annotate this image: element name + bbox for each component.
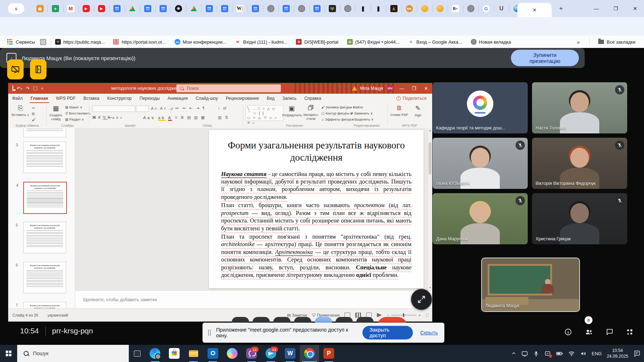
format-painter-icon[interactable]: 🖌 [32, 117, 37, 122]
speaker-icon[interactable] [580, 350, 587, 357]
pinned-tab-globe[interactable] [263, 0, 278, 17]
start-button[interactable] [0, 345, 17, 362]
taskbar-app-explorer[interactable] [184, 345, 203, 362]
slide-thumbnail-6[interactable]: 6Форми узагальнення результатів науковог… [23, 262, 66, 293]
battery-icon[interactable] [556, 350, 563, 357]
tray-chevron-icon[interactable] [511, 351, 516, 356]
participant-tile[interactable]: Вікторія Вікторівна Федорчук [532, 138, 627, 189]
participant-tile[interactable]: Христина Грицак [532, 193, 627, 244]
pinned-tab-google[interactable]: G [478, 0, 494, 17]
redo-icon[interactable]: ↷ [26, 86, 30, 91]
pinned-tab-doc[interactable] [248, 0, 263, 17]
bookmark-item[interactable]: @(547) Вхідні • plo44... [347, 39, 400, 45]
bookmark-item[interactable]: https://portal.issn.or... [113, 39, 166, 45]
bookmark-item[interactable]: Ψhttps://public.naqa... [55, 39, 105, 45]
new-slide-button[interactable]: ▦Создать слайд [47, 104, 64, 121]
pinned-tab-doc[interactable] [217, 0, 232, 17]
undo-icon[interactable]: ↶∨ [17, 86, 23, 91]
taskbar-app-powerpoint[interactable]: P [319, 345, 338, 362]
pinned-tab-doc[interactable] [155, 0, 171, 17]
pinned-tab-photo[interactable]: ♟ [386, 0, 401, 17]
section-button[interactable]: ▧ Раздел ∨ [65, 117, 84, 121]
ribbon-tab-конструктор[interactable]: Конструктор [103, 94, 136, 103]
create-pdf-button[interactable]: 🗎Create PDF [389, 104, 409, 117]
active-tab[interactable]: ✕ [517, 3, 552, 17]
pinned-tab-mark[interactable]: ❚ [355, 0, 371, 17]
pinned-tab-globe[interactable] [463, 0, 478, 17]
taskbar-app-chrome[interactable] [300, 345, 319, 362]
bookmarks-overflow-chevron[interactable]: » [577, 39, 580, 45]
line-spacing-buttons[interactable]: ↕ ⇄ [218, 106, 228, 111]
ppt-restore-button[interactable]: ❐ [408, 83, 420, 94]
ppt-minimize-button[interactable]: — [396, 83, 408, 94]
font-name-box[interactable] [92, 106, 135, 112]
ribbon-tab-слайд-шоу[interactable]: Слайд-шоу [192, 94, 222, 103]
stop-presentation-button[interactable]: Зупинитипрезентацію [511, 50, 579, 66]
select-button[interactable]: ▭ Выделить ∨ [350, 117, 374, 121]
font-style-buttons[interactable]: ЖКЧSabc [92, 115, 124, 119]
pinned-tab-orange[interactable] [432, 0, 448, 17]
layout-button[interactable]: ▤ Макет ∨ [65, 105, 82, 109]
teams-status-icon[interactable] [544, 350, 551, 357]
ppt-close-button[interactable]: ✕ [420, 83, 432, 94]
pinned-tab-drive[interactable] [186, 0, 201, 17]
language-label[interactable]: украинский [48, 313, 68, 317]
fit-slide-icon[interactable]: ⛶ [426, 313, 429, 318]
new-tab-button[interactable]: + [557, 4, 565, 13]
bookmark-item[interactable]: Новая вкладка [471, 39, 511, 45]
list-indent-buttons[interactable]: ≔ ≕ ⇤ ⇥ ¶ [175, 106, 206, 111]
shapes-gallery[interactable]: ╲ → □ ○ △ ◇ ⌒ ☆ { } ⬭ ▭ △ ▽ ◇ ○ ☆ ⌂ [245, 105, 283, 121]
participant-tile[interactable]: Кафедра теорії та методик дош... [433, 82, 528, 133]
scroll-down-icon[interactable]: ▼ [428, 285, 432, 290]
share-button[interactable]: ⇡Поделиться [396, 96, 426, 101]
find-button[interactable]: ⌕ Найти [350, 105, 363, 109]
ribbon-tab-вид[interactable]: Вид [263, 94, 279, 103]
action-center-icon[interactable] [633, 350, 640, 357]
ribbon-tab-запись[interactable]: Запись [278, 94, 300, 103]
participant-tile[interactable]: Дана Марунчак [433, 193, 528, 244]
slide-thumbnail-7[interactable]: 7Форми узагальнення результатів науковог… [23, 302, 66, 308]
copy-icon[interactable]: ⧉ [32, 112, 36, 116]
bookmark-item[interactable]: zmМои конференции... [175, 39, 226, 45]
pinned-tab-drive[interactable] [125, 0, 140, 17]
slide-canvas[interactable]: Форми узагальнення результатів наукового… [209, 130, 424, 288]
taskbar-app-word[interactable]: W [280, 345, 300, 362]
restore-button[interactable]: ↺ Восстановить [65, 111, 91, 115]
ppt-account[interactable]: Міла Мацук ММ [352, 83, 394, 94]
window-minimize-button[interactable]: — [588, 0, 605, 17]
notes-pane[interactable]: Щелкните, чтобы добавить заметки [75, 290, 432, 309]
activities-icon[interactable] [625, 328, 634, 336]
participant-tile[interactable]: Людмила Мацук [481, 258, 580, 312]
leave-door-button[interactable] [30, 59, 47, 79]
pinned-tab-orange[interactable] [417, 0, 432, 17]
slide-thumbnail-3[interactable]: 3Форми узагальнення результатів науковог… [23, 142, 66, 173]
pinned-tab-mark[interactable]: ❚ [371, 0, 386, 17]
ribbon-tab-переходы[interactable]: Переходы [136, 94, 164, 103]
tab-search-chevron-button[interactable]: ∨ [8, 3, 24, 14]
ribbon-tab-файл[interactable]: Файл [8, 94, 27, 103]
chat-icon[interactable] [605, 328, 614, 336]
qat-customize-chevron[interactable]: ∨ [41, 87, 44, 90]
wifi-icon[interactable] [568, 350, 575, 357]
grow-shrink-font-icons[interactable]: A˄ A˅ 𝒜 [151, 106, 174, 111]
pinned-tab-youtube[interactable]: ▶ [78, 0, 94, 17]
services-grid-icon[interactable] [7, 39, 13, 45]
pinned-tab-word[interactable]: W| [232, 0, 248, 17]
font-size-box[interactable] [136, 106, 149, 112]
align-buttons[interactable]: ≡ ≣ ▤ ▥ ▦ [175, 115, 206, 120]
scroll-up-icon[interactable]: ▲ [428, 128, 432, 133]
ribbon-tab-вставка[interactable]: Вставка [79, 94, 103, 103]
pinned-tab-doc[interactable] [309, 0, 325, 17]
window-close-button[interactable]: ✕ [627, 0, 643, 17]
people-icon[interactable] [585, 328, 593, 336]
pinned-tab-sheets[interactable]: + [48, 0, 63, 17]
pinned-tab-rg[interactable]: RG [448, 0, 463, 17]
bookmark-item[interactable]: GВход – Google Акка... [408, 39, 462, 45]
info-icon[interactable] [564, 328, 572, 336]
slideshow-icon[interactable] [377, 313, 382, 317]
pinned-tab-openai[interactable]: ✳ [171, 0, 186, 17]
services-label[interactable]: Сервисы [16, 39, 35, 45]
taskbar-app-copilot[interactable] [223, 345, 242, 362]
slide-thumbnail[interactable]: Форми узагальнення результатів наукового… [23, 128, 66, 137]
pinned-tab-globe[interactable] [340, 0, 355, 17]
